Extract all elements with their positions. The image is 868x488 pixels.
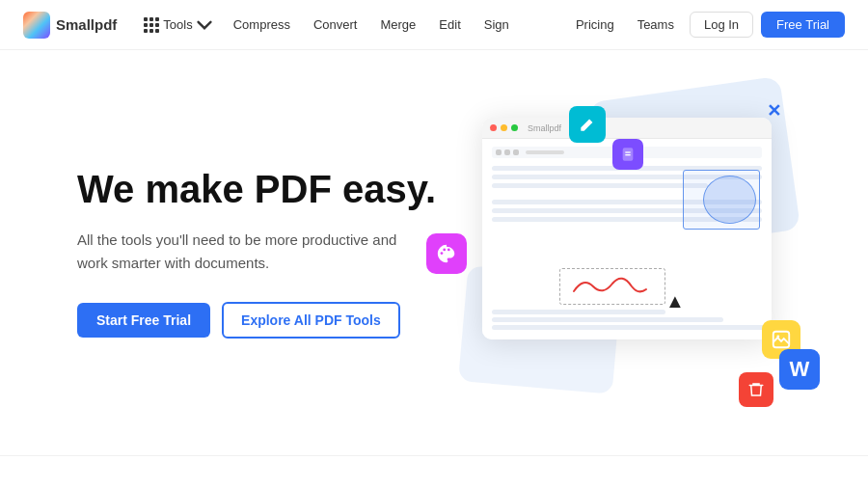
nav-right: Pricing Teams Log In Free Trial <box>568 12 845 38</box>
navbar: Smallpdf Tools Compress Convert Merge Ed… <box>0 0 868 50</box>
pricing-link[interactable]: Pricing <box>568 14 622 36</box>
doc-line-3 <box>492 183 708 188</box>
browser-bar: Smallpdf <box>482 118 772 139</box>
nav-merge[interactable]: Merge <box>370 14 425 36</box>
float-icon-edit <box>569 106 606 143</box>
teams-link[interactable]: Teams <box>630 14 682 36</box>
tools-label: Tools <box>163 17 192 32</box>
nav-convert[interactable]: Convert <box>304 14 367 36</box>
chevron-down-icon <box>197 17 212 33</box>
logo[interactable]: Smallpdf <box>23 12 117 39</box>
nav-compress[interactable]: Compress <box>224 14 300 36</box>
nav-edit[interactable]: Edit <box>429 14 470 36</box>
float-icon-word: W <box>779 349 820 390</box>
svg-point-3 <box>441 252 444 255</box>
hero-title: We make PDF easy. <box>77 167 444 211</box>
cursor-icon: ▲ <box>665 290 685 312</box>
hero-content: We make PDF easy. All the tools you'll n… <box>77 167 444 339</box>
float-icon-pdf <box>612 139 643 170</box>
svg-point-4 <box>443 249 446 252</box>
dot-green <box>511 124 518 131</box>
hero-illustration: + ✕ ✕ ○ W Smallpdf <box>444 89 810 417</box>
deco-cross-1: ✕ <box>767 100 781 122</box>
login-button[interactable]: Log In <box>690 12 753 38</box>
grid-icon <box>144 17 159 33</box>
float-icon-design <box>426 233 467 274</box>
nav-sign[interactable]: Sign <box>475 14 519 36</box>
hero-section: We make PDF easy. All the tools you'll n… <box>0 50 868 455</box>
explore-tools-button[interactable]: Explore All PDF Tools <box>222 302 400 339</box>
browser-title: Smallpdf <box>528 123 561 133</box>
signature-area <box>559 268 665 305</box>
logo-icon <box>23 12 50 39</box>
tools-menu-button[interactable]: Tools <box>136 14 219 37</box>
dot-yellow <box>501 124 507 131</box>
doc-line-7 <box>492 310 665 314</box>
selection-box <box>683 170 760 230</box>
start-free-trial-button[interactable]: Start Free Trial <box>77 303 210 338</box>
logo-text: Smallpdf <box>56 16 117 33</box>
most-popular-section: Most Popular PDF Tools <box>0 455 868 488</box>
nav-links: Compress Convert Merge Edit Sign <box>224 14 568 36</box>
doc-line-8 <box>492 317 723 322</box>
doc-line-9 <box>492 325 772 330</box>
dot-red <box>490 124 497 131</box>
float-icon-delete <box>739 372 773 407</box>
signature-svg <box>569 272 656 301</box>
svg-point-5 <box>448 249 450 252</box>
hero-buttons: Start Free Trial Explore All PDF Tools <box>77 302 444 339</box>
hero-subtitle: All the tools you'll need to be more pro… <box>77 229 405 275</box>
free-trial-button[interactable]: Free Trial <box>761 12 845 38</box>
